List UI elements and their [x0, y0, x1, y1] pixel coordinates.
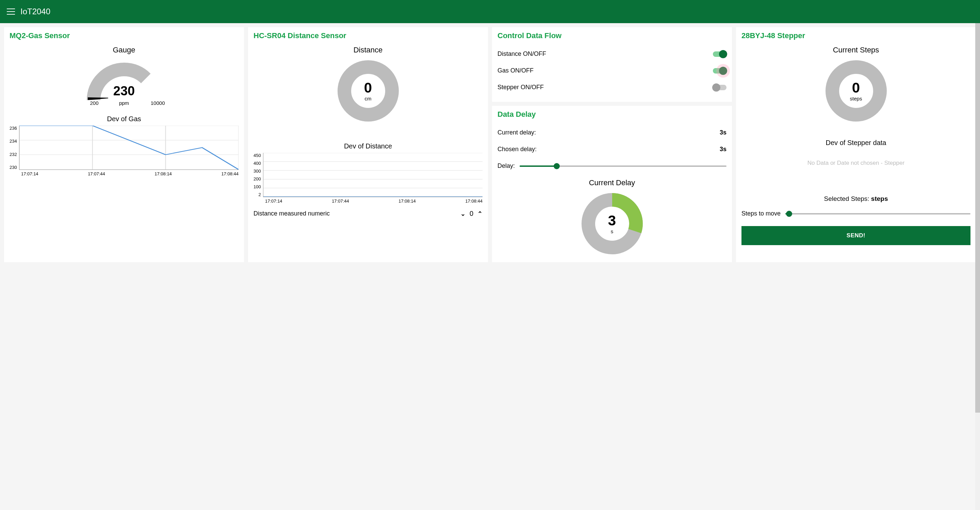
- distance-ring-value: 0: [364, 81, 372, 95]
- delay-slider-label: Delay:: [498, 163, 515, 169]
- ytick: 232: [10, 152, 17, 157]
- stepper-ring-label: Current Steps: [741, 46, 970, 54]
- current-delay-ring-label: Current Delay: [498, 178, 727, 187]
- stepper-ring: 0 steps: [824, 59, 888, 123]
- xtick: 17:07:14: [21, 171, 38, 176]
- app-header: IoT2040: [0, 0, 980, 23]
- current-delay-ring: 3 s: [580, 191, 644, 256]
- delay-slider[interactable]: [520, 166, 727, 167]
- stepper-panel: 28BYJ-48 Stepper Current Steps 0 steps D…: [736, 27, 976, 262]
- control-column: Control Data Flow Distance ON/OFF Gas ON…: [492, 27, 732, 262]
- xtick: 17:08:14: [398, 199, 416, 204]
- gas-chart: 236 234 232 230 17:07:14 17:: [10, 126, 239, 176]
- gas-title: MQ2-Gas Sensor: [10, 31, 239, 40]
- ytick: 234: [10, 139, 17, 143]
- distance-numeric-stepper[interactable]: ⌄ 0 ⌃: [460, 210, 482, 218]
- gas-gauge-max: 10000: [151, 100, 165, 106]
- scrollbar-thumb[interactable]: [975, 23, 980, 266]
- stepper-chart-empty: No Data or Date not chosen - Stepper: [741, 150, 970, 177]
- xtick: 17:08:14: [154, 171, 172, 176]
- stepper-chart-title: Dev of Stepper data: [741, 139, 970, 147]
- gas-gauge-min: 200: [90, 100, 99, 106]
- selected-steps-label: Selected Steps:: [824, 195, 869, 202]
- ytick: 450: [253, 153, 261, 158]
- distance-ring-label: Distance: [253, 46, 482, 54]
- current-delay-value: 3s: [720, 129, 727, 136]
- ytick: 200: [253, 176, 261, 182]
- gas-gauge-unit: ppm: [119, 100, 129, 106]
- gas-chart-title: Dev of Gas: [10, 115, 239, 123]
- chevron-down-icon[interactable]: ⌄: [460, 210, 466, 218]
- chosen-delay-label: Chosen delay:: [498, 146, 537, 153]
- distance-numeric-label: Distance measured numeric: [253, 210, 330, 217]
- stepper-title: 28BYJ-48 Stepper: [741, 31, 970, 40]
- gas-gauge-label: Gauge: [10, 46, 239, 54]
- control-title: Control Data Flow: [498, 31, 727, 40]
- ytick: 100: [253, 184, 261, 189]
- ytick: 236: [10, 126, 17, 131]
- ytick: 230: [10, 165, 17, 170]
- switch-distance-label: Distance ON/OFF: [498, 50, 546, 57]
- switch-gas-label: Gas ON/OFF: [498, 67, 533, 74]
- app-title: IoT2040: [21, 7, 50, 16]
- switch-gas[interactable]: [713, 68, 727, 73]
- xtick: 17:07:44: [88, 171, 105, 176]
- distance-numeric-value: 0: [469, 210, 473, 218]
- switch-stepper[interactable]: [713, 85, 727, 90]
- menu-icon[interactable]: [7, 8, 15, 14]
- xtick: 17:08:44: [465, 199, 482, 204]
- dashboard-grid: MQ2-Gas Sensor Gauge 230 ppm 200 10000 D…: [0, 23, 980, 266]
- xtick: 17:07:44: [332, 199, 349, 204]
- gas-gauge: 230 ppm 200 10000: [87, 63, 162, 100]
- stepper-ring-unit: steps: [850, 96, 862, 102]
- stepper-ring-value: 0: [850, 81, 862, 95]
- distance-panel: HC-SR04 Distance Sensor Distance 0 cm De…: [248, 27, 488, 262]
- gas-panel: MQ2-Gas Sensor Gauge 230 ppm 200 10000 D…: [4, 27, 244, 262]
- distance-chart: 450 400 300 200 100 2 17:07:1: [253, 153, 482, 204]
- distance-chart-title: Dev of Distance: [253, 142, 482, 150]
- switch-stepper-label: Stepper ON/OFF: [498, 84, 544, 91]
- scrollbar[interactable]: [975, 23, 980, 266]
- ytick: 2: [253, 192, 261, 197]
- chosen-delay-value: 3s: [720, 146, 727, 153]
- steps-slider-label: Steps to move: [741, 210, 781, 217]
- current-delay-ring-value: 3: [608, 214, 616, 228]
- send-button[interactable]: SEND!: [741, 226, 970, 245]
- switch-distance[interactable]: [713, 51, 727, 57]
- ytick: 300: [253, 169, 261, 174]
- xtick: 17:08:44: [221, 171, 239, 176]
- xtick: 17:07:14: [265, 199, 282, 204]
- current-delay-label: Current delay:: [498, 129, 536, 136]
- steps-slider[interactable]: [785, 213, 970, 215]
- gas-gauge-value: 230: [113, 84, 135, 99]
- distance-ring: 0 cm: [336, 59, 401, 123]
- selected-steps-value: steps: [871, 195, 888, 202]
- ytick: 400: [253, 161, 261, 166]
- distance-title: HC-SR04 Distance Sensor: [253, 31, 482, 40]
- distance-ring-unit: cm: [364, 96, 372, 102]
- data-delay-title: Data Delay: [498, 110, 727, 119]
- current-delay-ring-unit: s: [608, 228, 616, 234]
- chevron-up-icon[interactable]: ⌃: [477, 210, 482, 218]
